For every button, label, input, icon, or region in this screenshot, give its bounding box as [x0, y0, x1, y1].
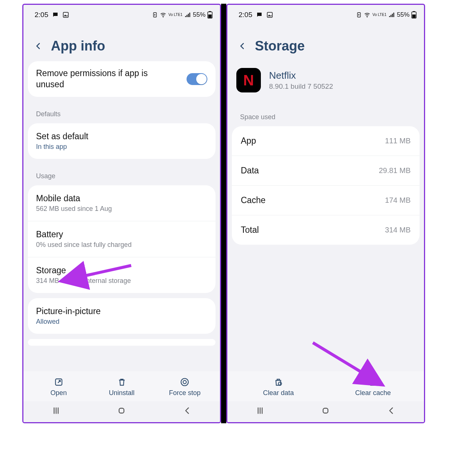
- svg-rect-18: [323, 408, 328, 413]
- clear-data-button[interactable]: Clear data: [231, 377, 326, 397]
- section-defaults: Defaults: [28, 102, 216, 123]
- recents-button[interactable]: [51, 406, 61, 418]
- bottom-action-bar: Clear data Clear cache: [227, 371, 424, 401]
- space-total-value: 314 MB: [385, 226, 411, 234]
- system-navbar: [23, 401, 220, 422]
- svg-point-13: [367, 17, 368, 17]
- system-navbar: [227, 401, 424, 422]
- wifi-icon: [160, 12, 166, 18]
- battery-sub: 0% used since last fully charged: [36, 241, 207, 249]
- clear-data-icon: [273, 377, 283, 387]
- pip-row[interactable]: Picture-in-picture Allowed: [28, 298, 216, 334]
- battery-saver-icon: [356, 12, 362, 18]
- signal-icon: [388, 12, 395, 18]
- bottom-action-bar: Open Uninstall Force stop: [23, 371, 220, 401]
- recents-button[interactable]: [255, 406, 265, 418]
- mobile-data-title: Mobile data: [36, 193, 207, 203]
- uninstall-label: Uninstall: [109, 389, 135, 397]
- set-as-default-row[interactable]: Set as default In this app: [28, 123, 216, 159]
- phone-left: 2:05 Vo LTE1 55%: [22, 4, 221, 423]
- app-name: Netflix: [269, 70, 333, 81]
- image-icon: [266, 12, 273, 18]
- back-button[interactable]: [238, 42, 247, 50]
- svg-rect-15: [413, 11, 415, 12]
- battery-icon: [411, 11, 417, 19]
- pip-sub: Allowed: [36, 318, 207, 326]
- battery-row[interactable]: Battery 0% used since last fully charged: [28, 221, 216, 257]
- space-data-value: 29.81 MB: [379, 166, 411, 175]
- app-summary: N Netflix 8.90.1 build 7 50522: [227, 61, 424, 105]
- svg-rect-16: [412, 14, 416, 18]
- open-label: Open: [51, 389, 67, 397]
- remove-permissions-row[interactable]: Remove permissions if app is unused: [28, 61, 216, 97]
- clear-data-label: Clear data: [263, 389, 294, 397]
- clear-cache-label: Clear cache: [355, 389, 391, 397]
- storage-title: Storage: [36, 265, 207, 276]
- netflix-app-icon: N: [236, 68, 261, 92]
- space-cache-row: Cache 174 MB: [232, 186, 420, 215]
- section-usage: Usage: [28, 164, 216, 185]
- space-cache-value: 174 MB: [385, 196, 411, 205]
- svg-point-2: [163, 17, 164, 17]
- clear-cache-button[interactable]: Clear cache: [326, 377, 421, 397]
- status-time: 2:05: [35, 11, 48, 19]
- open-icon: [54, 377, 64, 387]
- space-cache-label: Cache: [241, 195, 265, 205]
- space-app-row: App 111 MB: [232, 126, 420, 156]
- remove-permissions-label: Remove permissions if app is unused: [36, 68, 162, 90]
- svg-rect-9: [119, 408, 124, 413]
- nav-back-button[interactable]: [182, 406, 192, 418]
- battery-saver-icon: [152, 12, 158, 18]
- force-stop-label: Force stop: [169, 389, 201, 397]
- nav-back-button[interactable]: [386, 406, 396, 418]
- status-bar: 2:05 Vo LTE1 55%: [227, 5, 424, 21]
- image-icon: [62, 12, 69, 18]
- status-bar: 2:05 Vo LTE1 55%: [23, 5, 220, 21]
- back-button[interactable]: [34, 42, 43, 50]
- page-title: Storage: [255, 38, 305, 54]
- force-stop-button[interactable]: Force stop: [153, 377, 216, 397]
- mobile-data-row[interactable]: Mobile data 562 MB used since 1 Aug: [28, 185, 216, 221]
- network-label: Vo LTE1: [372, 13, 386, 17]
- battery-icon: [207, 11, 213, 19]
- signal-icon: [184, 12, 191, 18]
- battery-title: Battery: [36, 229, 207, 239]
- svg-point-7: [181, 378, 188, 386]
- home-button[interactable]: [321, 406, 330, 418]
- space-total-label: Total: [241, 225, 259, 235]
- stop-icon: [180, 377, 190, 387]
- clear-cache-icon: [368, 377, 378, 387]
- wifi-icon: [364, 12, 370, 18]
- uninstall-button[interactable]: Uninstall: [90, 377, 153, 397]
- set-default-title: Set as default: [36, 131, 207, 141]
- remove-permissions-toggle[interactable]: [187, 73, 207, 85]
- svg-rect-5: [208, 14, 212, 18]
- svg-point-17: [278, 382, 282, 385]
- header: Storage: [227, 21, 424, 61]
- home-button[interactable]: [117, 406, 126, 418]
- storage-sub: 314 MB used in Internal storage: [36, 277, 207, 285]
- space-total-row: Total 314 MB: [232, 215, 420, 245]
- app-version: 8.90.1 build 7 50522: [269, 82, 333, 91]
- mobile-data-sub: 562 MB used since 1 Aug: [36, 205, 207, 213]
- svg-rect-11: [267, 12, 272, 17]
- header: App info: [23, 21, 220, 61]
- section-space-used: Space used: [232, 105, 420, 126]
- space-app-label: App: [241, 136, 256, 146]
- page-title: App info: [51, 38, 105, 54]
- phone-right: 2:05 Vo LTE1 55% Storage N Netflix: [226, 4, 425, 423]
- chat-icon: [256, 12, 263, 18]
- space-app-value: 111 MB: [385, 137, 411, 145]
- trash-icon: [117, 377, 127, 387]
- open-button[interactable]: Open: [27, 377, 90, 397]
- space-data-label: Data: [241, 166, 259, 176]
- status-time: 2:05: [239, 11, 252, 19]
- pip-title: Picture-in-picture: [36, 306, 207, 316]
- svg-rect-4: [209, 11, 211, 12]
- svg-point-8: [183, 381, 187, 384]
- battery-pct: 55%: [397, 11, 409, 19]
- storage-row[interactable]: Storage 314 MB used in Internal storage: [28, 257, 216, 293]
- svg-rect-0: [63, 12, 68, 17]
- chat-icon: [52, 12, 59, 18]
- battery-pct: 55%: [193, 11, 205, 19]
